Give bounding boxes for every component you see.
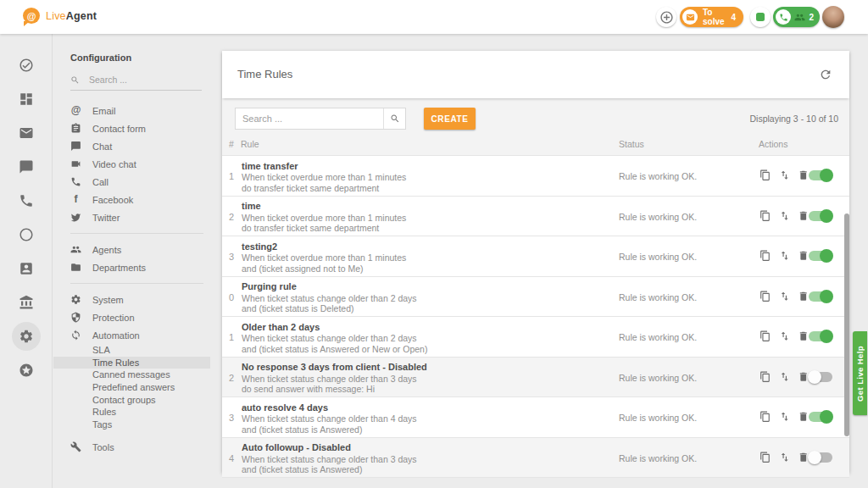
configuration-sidebar: Configuration @Email Contact form Chat V… [53, 34, 210, 488]
delete-icon[interactable] [798, 411, 810, 423]
reorder-icon[interactable] [779, 330, 791, 342]
sidebar-item-video-chat[interactable]: Video chat [53, 155, 210, 173]
rail-item-addons[interactable] [0, 353, 53, 387]
rule-title: auto resolve 4 days [242, 402, 417, 413]
copy-icon[interactable] [760, 250, 771, 262]
sidebar-item-agents[interactable]: Agents [53, 241, 210, 258]
search-icon [70, 75, 80, 85]
sidebar-item-email[interactable]: @Email [53, 102, 210, 119]
table-row[interactable]: 3 testing2 When ticket overdue more than… [222, 236, 849, 276]
sidebar-item-call[interactable]: Call [53, 173, 210, 191]
rule-title: Auto followup - Disabled [242, 442, 417, 452]
reorder-icon[interactable] [779, 291, 791, 302]
table-row[interactable]: 2 time When ticket overdue more than 1 m… [222, 196, 849, 236]
rule-enabled-toggle[interactable] [809, 452, 832, 463]
rules-search-input[interactable] [236, 108, 383, 129]
rule-description: Older than 2 days When ticket status cha… [242, 322, 427, 355]
folder-icon [70, 262, 81, 273]
reorder-icon[interactable] [779, 210, 791, 222]
table-header: # Rule Status Actions [222, 139, 849, 155]
sidebar-item-tools[interactable]: Tools [53, 438, 210, 456]
copy-icon[interactable] [760, 169, 771, 181]
table-row[interactable]: 4 Auto followup - Disabled When ticket s… [222, 437, 849, 479]
sidebar-item-system[interactable]: System [53, 291, 210, 308]
rule-enabled-toggle[interactable] [809, 251, 832, 261]
rule-enabled-toggle[interactable] [809, 412, 832, 422]
reorder-icon[interactable] [779, 250, 791, 262]
copy-icon[interactable] [760, 452, 771, 463]
rule-title: Purging rule [242, 281, 417, 291]
delete-icon[interactable] [798, 250, 810, 262]
sidebar-item-twitter[interactable]: Twitter [53, 208, 210, 226]
sync-icon [70, 330, 81, 341]
rail-item-online[interactable] [0, 218, 53, 252]
rule-title: time [242, 201, 406, 211]
user-avatar[interactable] [822, 6, 844, 28]
sidebar-item-automation[interactable]: Automation [53, 326, 210, 344]
create-button[interactable]: CREATE [424, 108, 476, 130]
rule-condition: When ticket status change older than 3 d… [242, 454, 417, 465]
add-button[interactable] [656, 7, 676, 27]
table-row[interactable]: 1 Older than 2 days When ticket status c… [222, 316, 849, 357]
delete-icon[interactable] [798, 291, 810, 302]
table-row[interactable]: 3 auto resolve 4 days When ticket status… [222, 396, 849, 437]
star-circle-icon [19, 363, 34, 378]
sidebar-item-facebook[interactable]: fFacebook [53, 191, 210, 208]
rail-item-calls[interactable] [0, 184, 53, 218]
rule-enabled-toggle[interactable] [809, 372, 832, 382]
toggle-knob [820, 209, 833, 223]
reorder-icon[interactable] [779, 169, 791, 181]
sidebar-item-tags[interactable]: Tags [53, 419, 210, 431]
table-row[interactable]: 2 No response 3 days from client - Disab… [222, 357, 849, 397]
sidebar-item-contact-form[interactable]: Contact form [53, 119, 210, 137]
rail-item-dashboard[interactable] [0, 82, 53, 116]
column-rule: Rule [241, 139, 259, 149]
rule-enabled-toggle[interactable] [809, 211, 832, 221]
rule-enabled-toggle[interactable] [809, 331, 832, 341]
search-submit-button[interactable] [383, 108, 405, 129]
column-actions: Actions [759, 139, 787, 149]
rule-condition: When ticket overdue more than 1 minutes [242, 172, 406, 183]
delete-icon[interactable] [798, 169, 810, 181]
rule-enabled-toggle[interactable] [809, 170, 832, 180]
chats-button[interactable] [750, 7, 771, 27]
sidebar-item-predefined-answers[interactable]: Predefined answers [53, 381, 210, 394]
sidebar-item-rules[interactable]: Rules [53, 406, 210, 419]
sidebar-item-contact-groups[interactable]: Contact groups [53, 393, 210, 406]
reorder-icon[interactable] [779, 371, 791, 383]
rail-item-tickets[interactable] [0, 48, 53, 82]
sidebar-item-sla[interactable]: SLA [53, 344, 210, 357]
sidebar-item-chat[interactable]: Chat [53, 137, 210, 155]
refresh-button[interactable] [819, 68, 832, 81]
rail-item-mail[interactable] [0, 116, 53, 150]
table-row[interactable]: 1 time transfer When ticket overdue more… [222, 155, 849, 196]
sidebar-search-input[interactable] [87, 74, 192, 86]
shield-icon [70, 312, 81, 323]
sidebar-item-time-rules[interactable]: Time Rules [53, 357, 210, 369]
sidebar-item-protection[interactable]: Protection [53, 308, 210, 326]
calls-button[interactable]: 2 [773, 7, 820, 27]
sidebar-item-canned-messages[interactable]: Canned messages [53, 369, 210, 381]
table-scrollbar[interactable] [844, 214, 849, 436]
rule-condition: When ticket overdue more than 1 minutes [242, 252, 406, 263]
rail-item-chat[interactable] [0, 150, 53, 184]
delete-icon[interactable] [798, 210, 810, 222]
reorder-icon[interactable] [779, 452, 791, 463]
copy-icon[interactable] [760, 291, 771, 302]
rule-enabled-toggle[interactable] [809, 291, 832, 302]
liveagent-logo[interactable]: @ LiveAgent [23, 8, 97, 24]
rail-item-academy[interactable] [0, 286, 53, 319]
rail-item-customers[interactable] [0, 252, 53, 286]
rail-item-settings[interactable] [0, 319, 53, 353]
get-live-help-button[interactable]: Get Live Help [853, 331, 867, 415]
to-solve-button[interactable]: To solve 4 [680, 7, 743, 27]
reorder-icon[interactable] [779, 411, 791, 423]
sidebar-item-departments[interactable]: Departments [53, 258, 210, 276]
delete-icon[interactable] [798, 330, 810, 342]
copy-icon[interactable] [760, 330, 771, 342]
copy-icon[interactable] [760, 411, 771, 423]
phone-icon [776, 9, 791, 25]
table-row[interactable]: 0 Purging rule When ticket status change… [222, 276, 849, 317]
copy-icon[interactable] [760, 371, 771, 383]
copy-icon[interactable] [760, 210, 771, 222]
